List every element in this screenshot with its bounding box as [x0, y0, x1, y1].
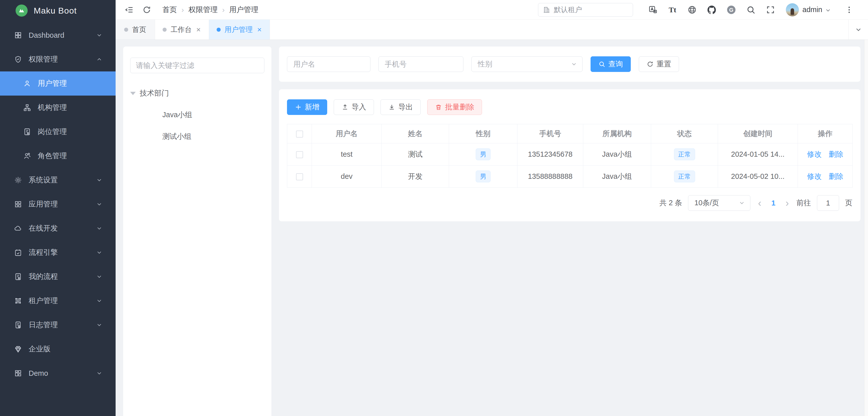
sidebar-item-workflow-engine[interactable]: 流程引擎 [0, 240, 116, 265]
breadcrumb-separator-icon: › [181, 5, 184, 14]
tabs-dropdown-button[interactable] [848, 20, 868, 39]
current-page[interactable]: 1 [769, 199, 778, 207]
edit-link[interactable]: 修改 [807, 149, 822, 159]
scrollbar-track[interactable] [864, 40, 868, 416]
artboard-icon [14, 297, 22, 305]
breadcrumb-item[interactable]: 权限管理 [188, 5, 218, 15]
sidebar: Maku Boot Dashboard 权限管理 [0, 0, 116, 416]
sidebar-item-log-management[interactable]: 日志管理 [0, 313, 116, 337]
status-badge: 正常 [674, 171, 695, 182]
org-chart-icon [23, 103, 31, 112]
tree-filter-input[interactable] [130, 58, 265, 73]
table-row: dev 开发 男 13588888888 Java小组 正常 2024-05-0… [287, 166, 853, 188]
tab-label: 首页 [132, 25, 146, 34]
sidebar-item-user-management[interactable]: 用户管理 [0, 71, 116, 96]
chevron-down-icon [96, 177, 102, 183]
row-checkbox[interactable] [296, 151, 303, 158]
sidebar-item-role-management[interactable]: 角色管理 [0, 144, 116, 168]
chevron-down-icon [96, 32, 102, 38]
close-icon[interactable]: × [257, 25, 262, 34]
people-icon [23, 152, 31, 160]
delete-link[interactable]: 删除 [829, 172, 843, 182]
org-tree-panel: 技术部门 Java小组 测试小组 [123, 47, 271, 416]
globe-icon[interactable] [682, 5, 702, 14]
calendar-check-icon [14, 248, 22, 257]
batch-delete-button-label: 批量删除 [445, 102, 474, 112]
sidebar-item-label: 租户管理 [29, 296, 58, 306]
refresh-icon[interactable] [142, 5, 151, 14]
tenant-select[interactable]: 默认租户 [538, 3, 633, 17]
sidebar-item-tenant-management[interactable]: 租户管理 [0, 289, 116, 313]
collapse-sidebar-icon[interactable] [125, 5, 134, 14]
pagination-total: 共 2 条 [659, 198, 682, 208]
import-button-label: 导入 [351, 102, 366, 112]
breadcrumb-item[interactable]: 首页 [162, 5, 177, 15]
tree-node-child[interactable]: Java小组 [130, 107, 265, 123]
add-button[interactable]: 新增 [287, 99, 327, 115]
user-icon [23, 80, 31, 88]
page-size-select[interactable]: 10条/页 [688, 195, 750, 211]
logo[interactable]: Maku Boot [0, 0, 116, 21]
tree-node-child[interactable]: 测试小组 [130, 128, 265, 145]
chevron-down-icon [571, 61, 577, 67]
logo-icon [16, 4, 28, 17]
row-checkbox[interactable] [296, 173, 303, 180]
export-button[interactable]: 导出 [380, 99, 421, 115]
prev-page-icon[interactable]: ‹ [756, 198, 763, 209]
sidebar-item-my-workflow[interactable]: 我的流程 [0, 265, 116, 289]
kebab-menu-icon[interactable] [839, 5, 859, 14]
select-all-checkbox[interactable] [296, 130, 303, 138]
search-icon[interactable] [741, 5, 761, 14]
reset-button[interactable]: 重置 [639, 56, 679, 72]
cloud-icon [14, 224, 22, 232]
table-row: test 测试 男 13512345678 Java小组 正常 2024-01-… [287, 143, 853, 166]
translate-icon[interactable] [643, 5, 663, 14]
chevron-down-icon [96, 249, 102, 256]
tab-user-management[interactable]: 用户管理 × [209, 20, 270, 39]
delete-link[interactable]: 删除 [829, 149, 843, 159]
batch-delete-button[interactable]: 批量删除 [427, 99, 482, 115]
gender-select[interactable]: 性别 [471, 56, 583, 72]
tree-caret-icon[interactable] [130, 92, 136, 95]
app-title: Maku Boot [34, 6, 77, 16]
sidebar-item-label: 用户管理 [38, 79, 67, 89]
sidebar-item-label: 角色管理 [38, 151, 67, 161]
avatar[interactable] [786, 3, 799, 16]
tab-dot-icon [217, 28, 221, 32]
tab-dot-icon [124, 28, 128, 32]
sidebar-item-online-dev[interactable]: 在线开发 [0, 216, 116, 240]
sidebar-item-dashboard[interactable]: Dashboard [0, 23, 116, 47]
search-button[interactable]: 查询 [591, 56, 631, 72]
close-icon[interactable]: × [196, 25, 201, 34]
github-icon[interactable] [702, 5, 721, 15]
breadcrumb-separator-icon: › [222, 5, 225, 14]
sidebar-item-permissions[interactable]: 权限管理 [0, 47, 116, 71]
username-label[interactable]: admin [802, 5, 822, 14]
tree-node-root[interactable]: 技术部门 [130, 85, 265, 101]
sidebar-item-app-management[interactable]: 应用管理 [0, 192, 116, 216]
edit-link[interactable]: 修改 [807, 172, 822, 182]
tab-workbench[interactable]: 工作台 × [155, 20, 209, 39]
sidebar-item-demo[interactable]: Demo [0, 361, 116, 385]
mobile-filter-input[interactable] [378, 56, 463, 72]
font-size-icon[interactable]: Tt [663, 5, 682, 14]
column-header: 姓名 [382, 124, 449, 143]
sidebar-item-system-settings[interactable]: 系统设置 [0, 168, 116, 192]
sidebar-item-enterprise[interactable]: 企业版 [0, 337, 116, 361]
import-button[interactable]: 导入 [334, 99, 374, 115]
tab-home[interactable]: 首页 [116, 20, 155, 39]
cell-mobile: 13588888888 [518, 166, 583, 188]
username-filter-input[interactable] [287, 56, 370, 72]
apps-grid-icon [14, 200, 22, 208]
cell-mobile: 13512345678 [518, 143, 583, 166]
gitee-icon[interactable]: G [721, 5, 741, 15]
sidebar-item-post-management[interactable]: 岗位管理 [0, 120, 116, 144]
next-page-icon[interactable]: › [784, 198, 790, 209]
chevron-down-icon[interactable] [825, 7, 831, 13]
goto-page-input[interactable] [817, 195, 839, 211]
sidebar-item-label: Demo [29, 369, 48, 378]
fullscreen-icon[interactable] [761, 5, 780, 14]
sidebar-item-label: 在线开发 [29, 224, 58, 233]
sidebar-item-org-management[interactable]: 机构管理 [0, 96, 116, 120]
shield-check-icon [14, 55, 22, 63]
